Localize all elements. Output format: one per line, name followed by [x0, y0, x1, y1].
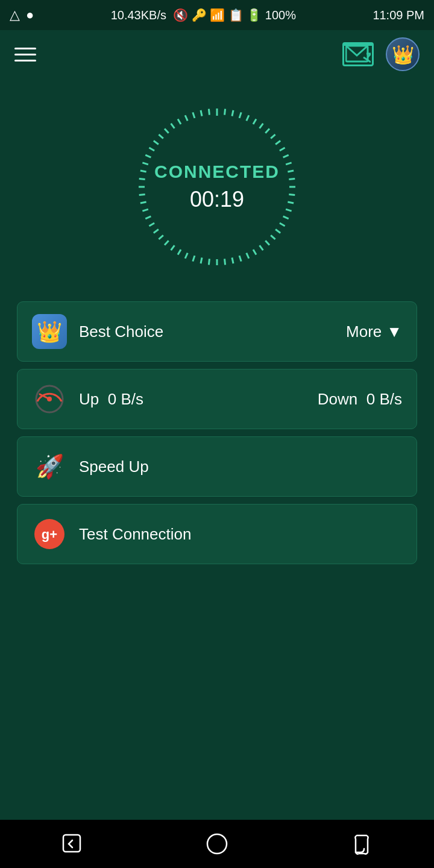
data-speed: 10.43KB/s	[111, 8, 166, 22]
status-bar: △ ● 10.43KB/s 🔇 🔑 📶 📋 🔋 100% 11:09 PM	[0, 0, 434, 30]
circle-icon: ●	[26, 7, 34, 23]
status-bar-left: △ ●	[10, 7, 34, 23]
menu-line-1	[14, 48, 36, 49]
home-icon	[205, 832, 229, 856]
nav-right: 👑	[342, 37, 420, 71]
svg-line-17	[288, 171, 294, 172]
svg-line-54	[149, 148, 154, 151]
svg-line-24	[280, 223, 285, 226]
email-icon	[345, 45, 371, 63]
svg-line-13	[275, 141, 280, 145]
nav-bar: 👑	[0, 30, 434, 78]
svg-line-22	[286, 209, 292, 211]
svg-line-12	[271, 134, 275, 139]
svg-line-52	[142, 163, 148, 165]
svg-line-46	[142, 209, 148, 211]
speed-meter-card[interactable]: Up 0 B/s Down 0 B/s	[17, 369, 417, 429]
svg-line-29	[253, 250, 256, 255]
svg-rect-68	[63, 835, 80, 852]
back-button[interactable]	[60, 832, 84, 856]
svg-text:g+: g+	[42, 527, 57, 542]
speedometer-icon	[32, 382, 67, 417]
rocket-emoji: 🚀	[36, 453, 64, 480]
svg-line-5	[225, 109, 225, 115]
svg-line-26	[271, 235, 275, 239]
up-label: Up	[79, 390, 99, 408]
dropdown-arrow-icon: ▼	[386, 322, 402, 341]
alert-icon: △	[10, 7, 20, 23]
svg-line-42	[159, 235, 163, 239]
speed-up-card[interactable]: 🚀 Speed Up	[17, 436, 417, 497]
crown-emoji: 👑	[392, 44, 414, 65]
svg-line-36	[201, 257, 202, 263]
svg-line-10	[260, 124, 263, 128]
svg-line-38	[185, 253, 187, 259]
up-value: 0 B/s	[108, 390, 143, 408]
connection-timer: 00:19	[190, 187, 244, 212]
svg-line-44	[149, 223, 154, 226]
svg-line-59	[178, 119, 181, 124]
time-display: 11:09 PM	[373, 8, 424, 22]
svg-line-45	[145, 216, 151, 219]
speedometer-svg	[34, 383, 65, 415]
upload-speed: Up 0 B/s	[79, 390, 318, 409]
svg-line-39	[178, 250, 181, 255]
email-button[interactable]	[342, 42, 374, 66]
svg-line-47	[140, 202, 146, 203]
google-plus-svg: g+	[34, 518, 65, 550]
recents-icon	[350, 832, 374, 856]
connection-circle[interactable]: CONNECTED 00:19	[127, 96, 307, 277]
back-icon	[60, 832, 84, 856]
battery-percent: 100%	[265, 8, 296, 22]
crown-avatar[interactable]: 👑	[386, 37, 420, 71]
svg-line-20	[289, 195, 295, 195]
svg-line-6	[232, 110, 233, 116]
svg-line-28	[260, 245, 263, 250]
test-connection-label: Test Connection	[79, 525, 402, 544]
svg-line-57	[165, 128, 169, 133]
svg-line-50	[139, 178, 145, 179]
status-bar-center: 10.43KB/s 🔇 🔑 📶 📋 🔋 100%	[111, 8, 296, 22]
svg-line-51	[140, 171, 146, 172]
svg-line-40	[171, 245, 175, 250]
svg-line-7	[239, 112, 241, 118]
svg-line-63	[209, 109, 209, 115]
cards-section: 👑 Best Choice More ▼ Up 0 B/s Down 0 B/s	[0, 301, 434, 564]
svg-point-69	[207, 834, 227, 854]
svg-line-15	[283, 155, 289, 157]
connected-label: CONNECTED	[154, 162, 280, 182]
home-button[interactable]	[205, 832, 229, 856]
google-icon: g+	[32, 517, 67, 552]
recents-button[interactable]	[350, 832, 374, 856]
speed-up-label: Speed Up	[79, 458, 402, 476]
svg-line-14	[280, 148, 285, 151]
svg-line-55	[154, 141, 159, 145]
svg-line-30	[247, 253, 249, 259]
svg-line-16	[286, 163, 292, 165]
svg-line-33	[225, 259, 225, 265]
svg-line-8	[247, 115, 249, 121]
menu-button[interactable]	[14, 48, 36, 61]
more-button[interactable]: More ▼	[346, 322, 402, 341]
svg-line-23	[283, 216, 289, 219]
connection-status-content: CONNECTED 00:19	[154, 162, 280, 212]
svg-line-60	[185, 115, 187, 121]
test-connection-card[interactable]: g+ Test Connection	[17, 504, 417, 564]
svg-line-58	[171, 124, 175, 128]
svg-line-56	[159, 134, 163, 139]
svg-line-31	[239, 256, 241, 262]
best-choice-label: Best Choice	[79, 322, 346, 341]
svg-line-9	[253, 119, 256, 124]
svg-line-41	[165, 241, 169, 245]
svg-line-62	[201, 110, 202, 116]
svg-line-11	[265, 128, 269, 133]
svg-line-48	[139, 195, 145, 195]
best-choice-card[interactable]: 👑 Best Choice More ▼	[17, 301, 417, 362]
menu-line-2	[14, 54, 36, 55]
down-label: Down	[318, 390, 357, 408]
svg-line-27	[265, 241, 269, 245]
download-speed: Down 0 B/s	[318, 390, 402, 409]
svg-line-35	[209, 259, 209, 265]
bottom-nav	[0, 820, 434, 868]
svg-line-43	[154, 230, 159, 233]
